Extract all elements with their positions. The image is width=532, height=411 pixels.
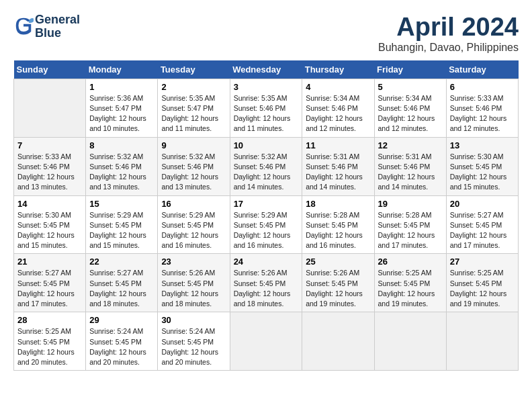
day-number: 20: [450, 199, 515, 209]
day-info: Sunrise: 5:34 AMSunset: 5:46 PMDaylight:…: [378, 93, 443, 134]
column-header-sunday: Sunday: [14, 60, 86, 79]
day-number: 1: [89, 82, 154, 92]
calendar-cell: 22Sunrise: 5:27 AMSunset: 5:45 PMDayligh…: [86, 254, 158, 312]
day-number: 22: [89, 257, 154, 267]
day-number: 26: [378, 257, 443, 267]
day-info: Sunrise: 5:26 AMSunset: 5:45 PMDaylight:…: [306, 268, 370, 309]
calendar-cell: 2Sunrise: 5:35 AMSunset: 5:47 PMDaylight…: [158, 79, 230, 137]
day-number: 6: [450, 82, 515, 92]
day-number: 5: [378, 82, 443, 92]
calendar-week-row: 28Sunrise: 5:25 AMSunset: 5:45 PMDayligh…: [14, 312, 519, 371]
day-info: Sunrise: 5:28 AMSunset: 5:45 PMDaylight:…: [378, 210, 443, 251]
day-info: Sunrise: 5:27 AMSunset: 5:45 PMDaylight:…: [89, 268, 154, 309]
day-info: Sunrise: 5:25 AMSunset: 5:45 PMDaylight:…: [450, 268, 515, 309]
page-header: General Blue April 2024 Buhangin, Davao,…: [13, 13, 519, 54]
logo-line2: Blue: [35, 27, 80, 40]
calendar-cell: 7Sunrise: 5:33 AMSunset: 5:46 PMDaylight…: [14, 137, 86, 195]
logo-line1: General: [35, 13, 80, 27]
logo-icon: [13, 15, 34, 36]
calendar-cell: 26Sunrise: 5:25 AMSunset: 5:45 PMDayligh…: [374, 254, 446, 312]
day-info: Sunrise: 5:26 AMSunset: 5:45 PMDaylight:…: [161, 268, 226, 309]
calendar-cell: 30Sunrise: 5:24 AMSunset: 5:45 PMDayligh…: [158, 312, 230, 371]
calendar-cell: 27Sunrise: 5:25 AMSunset: 5:45 PMDayligh…: [446, 254, 518, 312]
logo: General Blue: [13, 13, 80, 40]
day-number: 7: [17, 140, 82, 150]
column-header-monday: Monday: [86, 60, 158, 79]
calendar-cell: 17Sunrise: 5:29 AMSunset: 5:45 PMDayligh…: [230, 195, 302, 254]
calendar-cell: 29Sunrise: 5:24 AMSunset: 5:45 PMDayligh…: [86, 312, 158, 371]
day-info: Sunrise: 5:34 AMSunset: 5:46 PMDaylight:…: [306, 93, 370, 134]
calendar-cell: [302, 312, 374, 371]
day-number: 30: [161, 315, 226, 325]
location: Buhangin, Davao, Philippines: [378, 42, 519, 54]
day-number: 2: [161, 82, 226, 92]
day-number: 10: [234, 140, 299, 150]
day-number: 8: [89, 140, 154, 150]
calendar-cell: 21Sunrise: 5:27 AMSunset: 5:45 PMDayligh…: [14, 254, 86, 312]
day-info: Sunrise: 5:35 AMSunset: 5:46 PMDaylight:…: [234, 93, 299, 134]
day-number: 29: [89, 315, 154, 325]
calendar-cell: 8Sunrise: 5:32 AMSunset: 5:46 PMDaylight…: [86, 137, 158, 195]
day-number: 28: [17, 315, 82, 325]
day-number: 18: [306, 199, 370, 209]
day-info: Sunrise: 5:29 AMSunset: 5:45 PMDaylight:…: [234, 210, 299, 251]
calendar-cell: [14, 79, 86, 137]
title-block: April 2024 Buhangin, Davao, Philippines: [378, 13, 519, 54]
day-number: 14: [17, 199, 82, 209]
calendar-cell: 3Sunrise: 5:35 AMSunset: 5:46 PMDaylight…: [230, 79, 302, 137]
day-info: Sunrise: 5:35 AMSunset: 5:47 PMDaylight:…: [161, 93, 226, 134]
day-number: 19: [378, 199, 443, 209]
column-header-wednesday: Wednesday: [230, 60, 302, 79]
day-number: 15: [89, 199, 154, 209]
day-info: Sunrise: 5:25 AMSunset: 5:45 PMDaylight:…: [378, 268, 443, 309]
day-info: Sunrise: 5:29 AMSunset: 5:45 PMDaylight:…: [89, 210, 154, 251]
day-info: Sunrise: 5:31 AMSunset: 5:46 PMDaylight:…: [378, 152, 443, 193]
day-number: 13: [450, 140, 515, 150]
calendar-cell: 13Sunrise: 5:30 AMSunset: 5:45 PMDayligh…: [446, 137, 518, 195]
calendar-week-row: 7Sunrise: 5:33 AMSunset: 5:46 PMDaylight…: [14, 137, 519, 195]
column-header-friday: Friday: [374, 60, 446, 79]
calendar-cell: 11Sunrise: 5:31 AMSunset: 5:46 PMDayligh…: [302, 137, 374, 195]
column-header-tuesday: Tuesday: [158, 60, 230, 79]
day-info: Sunrise: 5:27 AMSunset: 5:45 PMDaylight:…: [450, 210, 515, 251]
calendar-cell: 16Sunrise: 5:29 AMSunset: 5:45 PMDayligh…: [158, 195, 230, 254]
calendar-cell: 14Sunrise: 5:30 AMSunset: 5:45 PMDayligh…: [14, 195, 86, 254]
day-number: 16: [161, 199, 226, 209]
day-info: Sunrise: 5:26 AMSunset: 5:45 PMDaylight:…: [234, 268, 299, 309]
calendar-cell: 10Sunrise: 5:32 AMSunset: 5:46 PMDayligh…: [230, 137, 302, 195]
day-info: Sunrise: 5:30 AMSunset: 5:45 PMDaylight:…: [17, 210, 82, 251]
calendar-cell: 24Sunrise: 5:26 AMSunset: 5:45 PMDayligh…: [230, 254, 302, 312]
calendar-cell: 19Sunrise: 5:28 AMSunset: 5:45 PMDayligh…: [374, 195, 446, 254]
calendar-header-row: SundayMondayTuesdayWednesdayThursdayFrid…: [14, 60, 519, 79]
calendar-cell: 4Sunrise: 5:34 AMSunset: 5:46 PMDaylight…: [302, 79, 374, 137]
logo-text: General Blue: [35, 13, 80, 40]
column-header-saturday: Saturday: [446, 60, 518, 79]
calendar-cell: 6Sunrise: 5:33 AMSunset: 5:46 PMDaylight…: [446, 79, 518, 137]
calendar-cell: 20Sunrise: 5:27 AMSunset: 5:45 PMDayligh…: [446, 195, 518, 254]
day-info: Sunrise: 5:24 AMSunset: 5:45 PMDaylight:…: [161, 326, 226, 367]
calendar-cell: 12Sunrise: 5:31 AMSunset: 5:46 PMDayligh…: [374, 137, 446, 195]
day-info: Sunrise: 5:25 AMSunset: 5:45 PMDaylight:…: [17, 326, 82, 367]
day-info: Sunrise: 5:33 AMSunset: 5:46 PMDaylight:…: [450, 93, 515, 134]
day-info: Sunrise: 5:32 AMSunset: 5:46 PMDaylight:…: [234, 152, 299, 193]
calendar-cell: 1Sunrise: 5:36 AMSunset: 5:47 PMDaylight…: [86, 79, 158, 137]
month-title: April 2024: [378, 13, 519, 42]
day-info: Sunrise: 5:28 AMSunset: 5:45 PMDaylight:…: [306, 210, 370, 251]
day-info: Sunrise: 5:33 AMSunset: 5:46 PMDaylight:…: [17, 152, 82, 193]
day-info: Sunrise: 5:27 AMSunset: 5:45 PMDaylight:…: [17, 268, 82, 309]
calendar-cell: [374, 312, 446, 371]
day-number: 9: [161, 140, 226, 150]
calendar-week-row: 1Sunrise: 5:36 AMSunset: 5:47 PMDaylight…: [14, 79, 519, 137]
day-number: 25: [306, 257, 370, 267]
calendar-cell: 23Sunrise: 5:26 AMSunset: 5:45 PMDayligh…: [158, 254, 230, 312]
day-number: 12: [378, 140, 443, 150]
calendar-table: SundayMondayTuesdayWednesdayThursdayFrid…: [13, 60, 519, 371]
day-number: 27: [450, 257, 515, 267]
day-number: 4: [306, 82, 370, 92]
calendar-week-row: 21Sunrise: 5:27 AMSunset: 5:45 PMDayligh…: [14, 254, 519, 312]
calendar-cell: [230, 312, 302, 371]
day-number: 17: [234, 199, 299, 209]
day-info: Sunrise: 5:32 AMSunset: 5:46 PMDaylight:…: [89, 152, 154, 193]
day-info: Sunrise: 5:30 AMSunset: 5:45 PMDaylight:…: [450, 152, 515, 193]
day-number: 11: [306, 140, 370, 150]
